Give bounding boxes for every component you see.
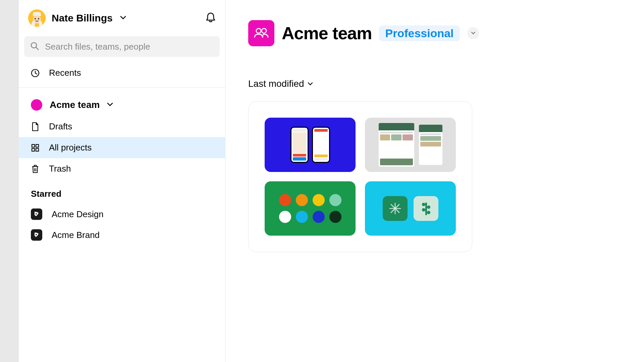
svg-point-14 — [36, 234, 37, 235]
color-swatch — [313, 211, 325, 223]
chevron-down-icon — [107, 102, 113, 108]
team-header: Acme team Professional — [248, 20, 644, 46]
thumbnail — [265, 181, 356, 236]
color-swatch — [329, 211, 341, 223]
clock-icon — [31, 69, 40, 77]
svg-rect-10 — [36, 148, 39, 151]
phone-mockup — [312, 127, 330, 163]
user-name: Nate Billings — [52, 12, 113, 24]
svg-point-16 — [262, 28, 266, 33]
svg-rect-7 — [32, 144, 35, 147]
app-icon — [414, 196, 438, 221]
sidebar-team-row[interactable]: Acme team — [19, 94, 225, 116]
thumbnail — [365, 181, 456, 236]
main-content: Acme team Professional Last modified — [225, 0, 644, 362]
svg-point-13 — [36, 213, 37, 215]
starred-item-label: Acme Design — [52, 209, 104, 220]
color-swatch — [329, 194, 341, 206]
svg-point-23 — [427, 205, 430, 209]
sidebar-item-label: Trash — [49, 164, 71, 174]
svg-point-24 — [422, 208, 425, 212]
bell-icon — [206, 12, 216, 23]
color-swatch — [313, 194, 325, 206]
avatar — [28, 9, 46, 27]
people-icon — [254, 27, 269, 39]
chevron-down-icon — [308, 82, 313, 86]
sort-dropdown[interactable]: Last modified — [248, 78, 644, 101]
sidebar-item-trash[interactable]: Trash — [19, 158, 225, 179]
sidebar-item-label: Drafts — [49, 121, 72, 132]
chevron-down-icon — [120, 15, 126, 21]
team-color-dot — [31, 99, 42, 111]
svg-point-15 — [256, 28, 261, 33]
sidebar-item-drafts[interactable]: Drafts — [19, 116, 225, 137]
thumbnail — [365, 118, 456, 172]
color-swatch — [279, 211, 291, 223]
team-menu-button[interactable] — [467, 27, 479, 39]
svg-point-2 — [35, 18, 36, 19]
sidebar-item-label: Recents — [49, 68, 81, 78]
sort-label: Last modified — [248, 78, 304, 89]
plan-badge[interactable]: Professional — [379, 25, 460, 41]
svg-rect-9 — [32, 148, 35, 151]
file-icon — [31, 122, 40, 131]
color-swatch — [279, 194, 291, 206]
trash-icon — [31, 165, 40, 173]
svg-point-3 — [38, 18, 39, 19]
svg-point-22 — [422, 203, 425, 206]
user-menu[interactable]: Nate Billings — [19, 0, 225, 34]
color-swatch — [296, 194, 308, 206]
thumbnail — [265, 118, 356, 172]
webpage-mockup — [379, 123, 414, 167]
starred-section-title: Starred — [19, 179, 225, 204]
svg-point-25 — [427, 211, 430, 214]
search-input[interactable] — [45, 42, 214, 52]
pen-icon — [31, 229, 42, 241]
search-icon — [30, 42, 39, 52]
svg-rect-8 — [36, 144, 39, 147]
sidebar-team-name: Acme team — [50, 100, 100, 110]
phone-mockup — [290, 127, 309, 163]
starred-item-label: Acme Brand — [52, 230, 100, 240]
sidebar-item-recents[interactable]: Recents — [19, 62, 225, 83]
sidebar-item-label: All projects — [49, 142, 92, 153]
starred-item-acme-brand[interactable]: Acme Brand — [19, 225, 225, 245]
sidebar: Nate Billings Recents Acme team — [19, 0, 225, 362]
project-card[interactable] — [248, 101, 472, 252]
pen-icon — [31, 208, 42, 220]
svg-line-5 — [36, 47, 38, 50]
notifications-button[interactable] — [206, 12, 216, 24]
team-title: Acme team — [282, 23, 372, 43]
webpage-mockup — [419, 125, 442, 165]
divider — [19, 87, 225, 88]
sidebar-item-all-projects[interactable]: All projects — [19, 137, 225, 158]
starred-item-acme-design[interactable]: Acme Design — [19, 204, 225, 225]
svg-rect-21 — [425, 202, 427, 215]
search-box[interactable] — [24, 36, 220, 57]
chevron-down-icon — [471, 32, 476, 35]
color-swatch — [296, 211, 308, 223]
grid-icon — [31, 143, 40, 152]
app-icon — [383, 196, 408, 221]
team-avatar — [248, 20, 274, 46]
